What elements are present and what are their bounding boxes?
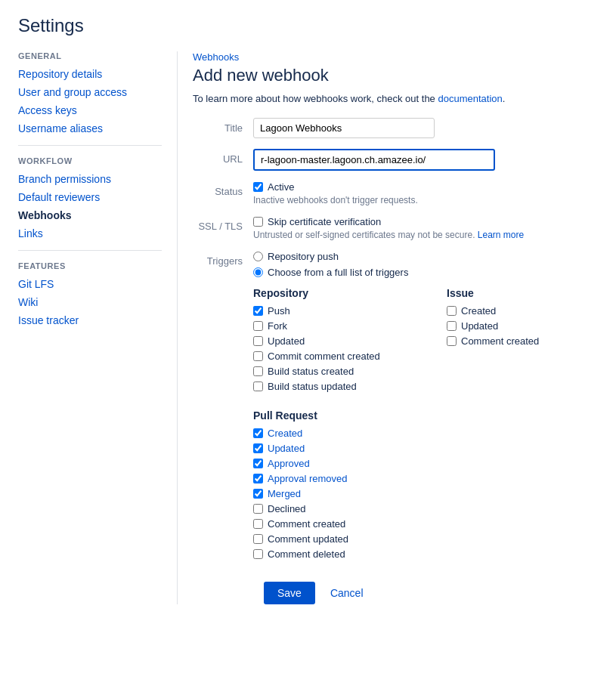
trigger-repo-push-item: Push [253, 305, 447, 317]
trigger-pr-updated-item: Updated [253, 443, 598, 454]
issue-triggers-column: Issue Created Updated Comm [447, 287, 598, 396]
status-label: Status [193, 181, 253, 197]
pr-created-checkbox[interactable] [253, 428, 263, 438]
pr-updated-label: Updated [268, 443, 305, 454]
pr-declined-checkbox[interactable] [253, 504, 263, 514]
ssl-skip-label: Skip certificate verification [268, 216, 381, 227]
sidebar-item-branch-permissions[interactable]: Branch permissions [18, 170, 162, 188]
sidebar-item-access-keys[interactable]: Access keys [18, 101, 162, 119]
ssl-learn-more-link[interactable]: Learn more [478, 230, 524, 240]
issue-created-label: Created [461, 305, 496, 317]
sidebar-item-username-aliases[interactable]: Username aliases [18, 119, 162, 137]
title-input[interactable] [253, 118, 435, 138]
repo-commit-comment-label: Commit comment created [268, 351, 380, 362]
trigger-pr-declined-item: Declined [253, 503, 598, 514]
triggers-field: Repository push Choose from a full list … [253, 251, 598, 564]
repo-commit-comment-checkbox[interactable] [253, 351, 263, 361]
cancel-button[interactable]: Cancel [323, 582, 371, 604]
pr-merged-label: Merged [268, 488, 301, 499]
sidebar-item-default-reviewers[interactable]: Default reviewers [18, 188, 162, 206]
sidebar-features-label: FEATURES [18, 261, 162, 270]
title-field [253, 118, 598, 138]
title-label: Title [193, 118, 253, 134]
pr-updated-checkbox[interactable] [253, 443, 263, 453]
pr-comment-deleted-checkbox[interactable] [253, 549, 263, 559]
pr-approved-label: Approved [268, 458, 310, 469]
sidebar-item-links[interactable]: Links [18, 224, 162, 242]
pr-approval-removed-checkbox[interactable] [253, 474, 263, 483]
issue-group-label: Issue [447, 287, 598, 299]
ssl-skip-checkbox[interactable] [253, 217, 263, 227]
trigger-repo-push-radio[interactable] [253, 252, 263, 261]
intro-text: To learn more about how webhooks work, c… [193, 93, 598, 104]
repo-fork-label: Fork [268, 320, 287, 332]
trigger-repo-push-label: Repository push [268, 251, 339, 262]
sidebar-item-repository-details[interactable]: Repository details [18, 65, 162, 83]
triggers-row: Triggers Repository push Choose from a f… [193, 251, 598, 564]
status-helper: Inactive webhooks don't trigger requests… [253, 195, 598, 205]
sidebar-item-webhooks[interactable]: Webhooks [18, 206, 162, 224]
repo-build-status-created-checkbox[interactable] [253, 366, 263, 376]
repo-build-status-created-label: Build status created [268, 366, 354, 377]
pr-comment-created-checkbox[interactable] [253, 519, 263, 529]
trigger-pr-approved-item: Approved [253, 458, 598, 469]
url-label: URL [193, 149, 253, 165]
trigger-choose-radio[interactable] [253, 267, 263, 277]
trigger-pr-created-item: Created [253, 428, 598, 439]
pr-comment-deleted-label: Comment deleted [268, 548, 345, 560]
triggers-label: Triggers [193, 251, 253, 267]
ssl-field: Skip certificate verification Untrusted … [253, 216, 598, 240]
ssl-helper: Untrusted or self-signed certificates ma… [253, 230, 598, 240]
status-active-label: Active [268, 181, 294, 193]
trigger-build-status-updated-item: Build status updated [253, 381, 447, 392]
button-row: Save Cancel [193, 582, 598, 604]
ssl-label: SSL / TLS [193, 216, 253, 232]
sidebar-general-label: GENERAL [18, 51, 162, 60]
pr-approval-removed-label: Approval removed [268, 473, 348, 484]
url-row: URL [193, 149, 598, 171]
repo-build-status-updated-label: Build status updated [268, 381, 357, 392]
pr-merged-checkbox[interactable] [253, 489, 263, 499]
documentation-link[interactable]: documentation [438, 93, 502, 104]
repo-updated-label: Updated [268, 335, 305, 347]
repo-updated-checkbox[interactable] [253, 336, 263, 346]
sidebar-item-wiki[interactable]: Wiki [18, 293, 162, 311]
page-title: Settings [18, 15, 598, 36]
trigger-pr-comment-updated-item: Comment updated [253, 533, 598, 545]
repo-push-label: Push [268, 305, 290, 317]
status-row: Status Active Inactive webhooks don't tr… [193, 181, 598, 205]
issue-updated-checkbox[interactable] [447, 321, 457, 331]
trigger-commit-comment-item: Commit comment created [253, 351, 447, 362]
url-input[interactable] [253, 149, 495, 171]
trigger-pr-comment-deleted-item: Comment deleted [253, 548, 598, 560]
trigger-choose-label: Choose from a full list of triggers [268, 267, 408, 278]
status-active-checkbox[interactable] [253, 182, 263, 192]
trigger-build-status-created-item: Build status created [253, 366, 447, 377]
issue-comment-created-label: Comment created [461, 335, 539, 347]
sidebar-workflow-label: WORKFLOW [18, 156, 162, 165]
main-content: Webhooks Add new webhook To learn more a… [177, 51, 598, 604]
trigger-pr-comment-created-item: Comment created [253, 518, 598, 530]
save-button[interactable]: Save [264, 582, 315, 604]
pr-comment-updated-checkbox[interactable] [253, 534, 263, 544]
sidebar-item-issue-tracker[interactable]: Issue tracker [18, 311, 162, 329]
trigger-repo-fork-item: Fork [253, 320, 447, 332]
repo-fork-checkbox[interactable] [253, 321, 263, 331]
sidebar: GENERAL Repository details User and grou… [18, 51, 177, 604]
repo-build-status-updated-checkbox[interactable] [253, 381, 263, 391]
sidebar-item-git-lfs[interactable]: Git LFS [18, 275, 162, 293]
sidebar-item-user-group-access[interactable]: User and group access [18, 83, 162, 101]
breadcrumb[interactable]: Webhooks [193, 51, 598, 63]
pr-declined-label: Declined [268, 503, 306, 514]
trigger-issue-created-item: Created [447, 305, 598, 317]
url-field [253, 149, 598, 171]
issue-updated-label: Updated [461, 320, 498, 332]
pullrequest-group-label: Pull Request [253, 409, 598, 422]
pr-created-label: Created [268, 428, 302, 439]
trigger-pr-merged-item: Merged [253, 488, 598, 499]
pr-approved-checkbox[interactable] [253, 459, 263, 468]
issue-comment-created-checkbox[interactable] [447, 336, 457, 346]
issue-created-checkbox[interactable] [447, 306, 457, 316]
trigger-issue-updated-item: Updated [447, 320, 598, 332]
repo-push-checkbox[interactable] [253, 306, 263, 316]
